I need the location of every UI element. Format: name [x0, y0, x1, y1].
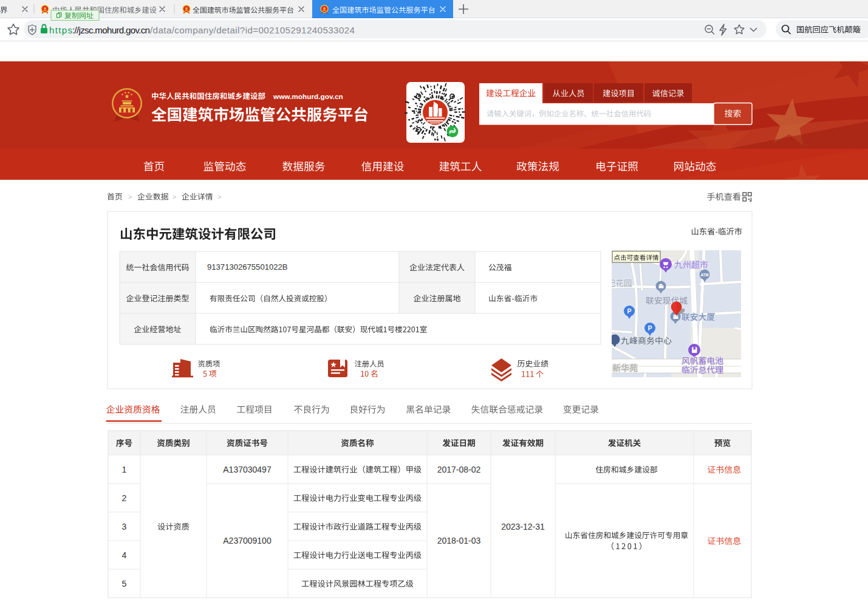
svg-text:A137030497: A137030497	[223, 465, 272, 474]
svg-text:2018-01-03: 2018-01-03	[437, 536, 481, 545]
svg-text:ATM: ATM	[700, 273, 708, 277]
svg-text:2: 2	[122, 493, 127, 503]
svg-text:2023-12-31: 2023-12-31	[501, 522, 545, 532]
svg-text:https: https	[49, 25, 72, 35]
svg-text:2017-08-02: 2017-08-02	[437, 465, 481, 474]
svg-text:1: 1	[122, 465, 127, 474]
svg-text:5: 5	[122, 579, 127, 589]
svg-text:>: >	[217, 193, 221, 200]
svg-text:4: 4	[122, 550, 127, 560]
svg-text:>: >	[173, 193, 176, 200]
svg-text:://jzsc.mohurd.gov.cn: ://jzsc.mohurd.gov.cn	[72, 25, 150, 35]
svg-text:>: >	[128, 193, 132, 200]
svg-text:P: P	[648, 324, 652, 332]
svg-text:/data/company/detail?id=002105: /data/company/detail?id=0021052912405330…	[150, 25, 355, 35]
svg-text:A237009100: A237009100	[223, 536, 272, 545]
svg-text:91371302675501022B: 91371302675501022B	[207, 262, 288, 272]
svg-text:www.mohurd.gov.cn: www.mohurd.gov.cn	[273, 92, 343, 101]
svg-text:P: P	[627, 307, 631, 315]
svg-text:3: 3	[122, 522, 127, 532]
